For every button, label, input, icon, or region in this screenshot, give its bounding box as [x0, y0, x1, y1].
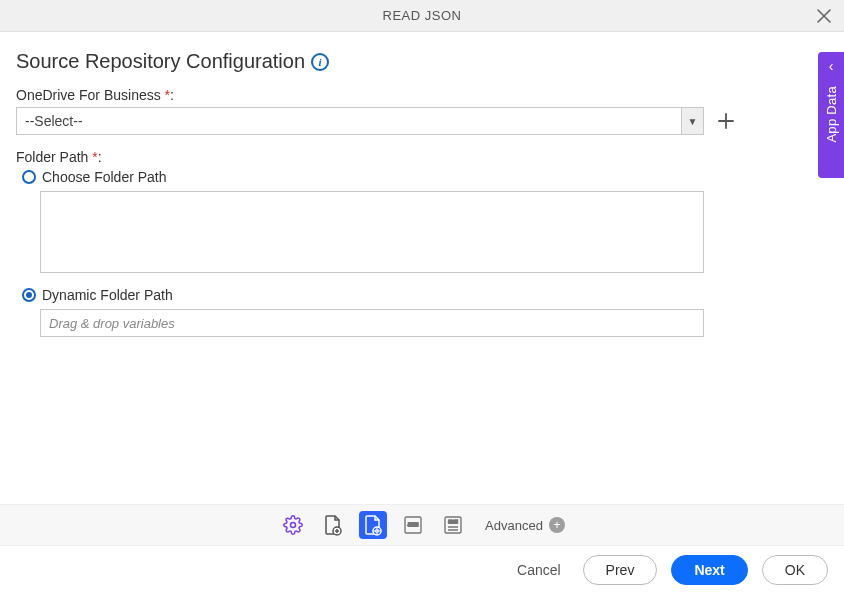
ok-button[interactable]: OK: [762, 555, 828, 585]
json-list-icon: JSON: [442, 514, 464, 536]
settings-tool[interactable]: [279, 511, 307, 539]
section-header: Source Repository Configuration i: [16, 50, 828, 73]
page-add-tool[interactable]: [319, 511, 347, 539]
app-data-label: App Data: [824, 86, 839, 143]
advanced-toggle[interactable]: Advanced +: [485, 517, 565, 533]
folder-path-box[interactable]: [40, 191, 704, 273]
close-icon: [817, 9, 831, 23]
json-list-tool[interactable]: JSON: [439, 511, 467, 539]
choose-folder-radio[interactable]: [22, 170, 36, 184]
settings-gear-icon: [283, 515, 303, 535]
add-onedrive-button[interactable]: [714, 109, 738, 133]
page-config-icon: [363, 514, 383, 536]
bottom-toolbar: JSON JSON Advanced +: [0, 504, 844, 546]
svg-text:JSON: JSON: [408, 522, 419, 527]
plus-circle-icon: +: [549, 517, 565, 533]
folderpath-label: Folder Path *:: [16, 149, 828, 165]
next-button[interactable]: Next: [671, 555, 747, 585]
dialog-header: READ JSON: [0, 0, 844, 32]
onedrive-select-value: --Select--: [17, 113, 681, 129]
choose-folder-label[interactable]: Choose Folder Path: [42, 169, 167, 185]
dynamic-folder-placeholder: Drag & drop variables: [49, 316, 175, 331]
dialog-footer: Cancel Prev Next OK: [0, 546, 844, 594]
onedrive-label: OneDrive For Business *:: [16, 87, 828, 103]
chevron-left-icon: ‹: [829, 58, 834, 74]
dynamic-folder-radio[interactable]: [22, 288, 36, 302]
svg-point-0: [291, 523, 296, 528]
json-doc-icon: JSON: [402, 514, 424, 536]
prev-button[interactable]: Prev: [583, 555, 658, 585]
info-icon[interactable]: i: [311, 53, 329, 71]
close-button[interactable]: [814, 6, 834, 26]
onedrive-select[interactable]: --Select-- ▼: [16, 107, 704, 135]
chevron-down-icon: ▼: [681, 108, 703, 134]
svg-text:JSON: JSON: [448, 520, 458, 524]
cancel-button[interactable]: Cancel: [509, 555, 569, 585]
dialog-title: READ JSON: [383, 8, 462, 23]
page-add-icon: [323, 514, 343, 536]
advanced-label: Advanced: [485, 518, 543, 533]
dynamic-folder-label[interactable]: Dynamic Folder Path: [42, 287, 173, 303]
json-doc-tool[interactable]: JSON: [399, 511, 427, 539]
main-content: Source Repository Configuration i OneDri…: [0, 32, 844, 337]
dynamic-folder-input[interactable]: Drag & drop variables: [40, 309, 704, 337]
plus-icon: [717, 112, 735, 130]
app-data-panel-toggle[interactable]: ‹ App Data: [818, 52, 844, 178]
page-config-tool[interactable]: [359, 511, 387, 539]
section-title: Source Repository Configuration: [16, 50, 305, 73]
